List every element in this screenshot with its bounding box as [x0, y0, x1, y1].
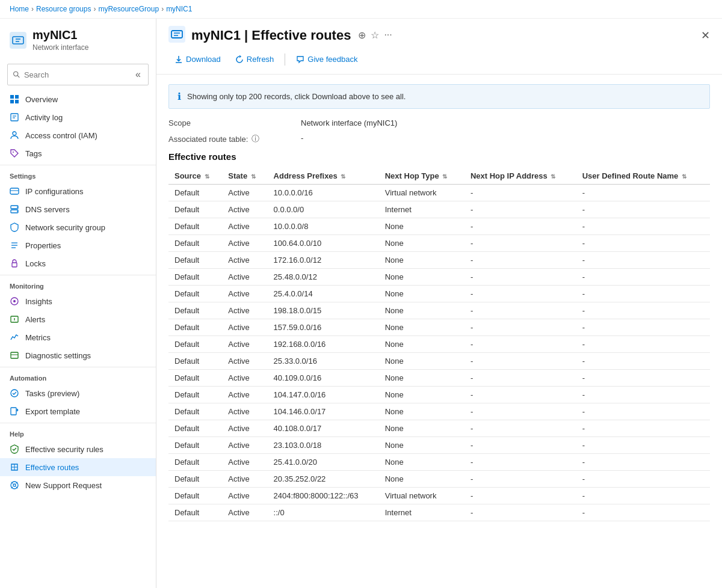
cell-3-0: Default: [168, 235, 222, 252]
sidebar: myNIC1 Network interface « Overview: [0, 19, 156, 588]
cell-2-5: -: [576, 218, 710, 235]
sort-icon-address: ⇅: [341, 173, 345, 180]
scope-row: Scope Network interface (myNIC1): [168, 118, 710, 127]
more-options-icon[interactable]: ···: [384, 29, 392, 41]
cell-14-5: -: [576, 420, 710, 437]
sidebar-item-tasks[interactable]: Tasks (preview): [0, 384, 156, 402]
info-banner-text: Showing only top 200 records, click Down…: [187, 92, 406, 101]
svg-rect-7: [15, 95, 19, 99]
col-source[interactable]: Source ⇅: [168, 168, 222, 185]
sidebar-item-metrics[interactable]: Metrics: [0, 328, 156, 346]
search-box[interactable]: «: [7, 64, 149, 85]
table-header-row: Source ⇅ State ⇅ Address Prefixes ⇅ Ne: [168, 168, 710, 185]
info-tooltip-icon[interactable]: ⓘ: [251, 133, 259, 144]
iam-icon: [10, 130, 19, 140]
close-button[interactable]: ✕: [701, 29, 710, 42]
cell-18-0: Default: [168, 488, 222, 504]
cell-5-0: Default: [168, 269, 222, 286]
svg-rect-29: [11, 352, 18, 358]
svg-point-4: [14, 72, 18, 76]
sidebar-item-label: Diagnostic settings: [25, 351, 91, 360]
sidebar-item-tags[interactable]: Tags: [0, 144, 156, 162]
breadcrumb-my-resource-group[interactable]: myResourceGroup: [98, 5, 159, 13]
cell-11-2: 40.109.0.0/16: [268, 370, 379, 387]
cell-16-0: Default: [168, 454, 222, 471]
sidebar-item-alerts[interactable]: Alerts: [0, 310, 156, 328]
sidebar-item-overview[interactable]: Overview: [0, 90, 156, 108]
cell-8-0: Default: [168, 319, 222, 336]
cell-11-3: None: [379, 370, 464, 387]
cell-2-1: Active: [222, 218, 267, 235]
breadcrumb-my-nic1[interactable]: myNIC1: [166, 5, 192, 13]
scope-value: Network interface (myNIC1): [301, 118, 397, 127]
overview-icon: [10, 94, 19, 104]
sidebar-item-locks[interactable]: Locks: [0, 254, 156, 272]
sidebar-item-effective-security-rules[interactable]: Effective security rules: [0, 440, 156, 458]
pin-icon[interactable]: ⊕: [358, 29, 366, 41]
breadcrumb-resource-groups[interactable]: Resource groups: [36, 5, 91, 13]
table-row: DefaultActive100.64.0.0/10None--: [168, 235, 710, 252]
sidebar-item-export-template[interactable]: Export template: [0, 402, 156, 420]
col-route-name[interactable]: User Defined Route Name ⇅: [576, 168, 710, 185]
sort-icon-source: ⇅: [205, 173, 209, 180]
sidebar-item-new-support-request[interactable]: New Support Request: [0, 476, 156, 494]
search-input[interactable]: [24, 70, 129, 79]
sidebar-item-iam[interactable]: Access control (IAM): [0, 126, 156, 144]
breadcrumb-home[interactable]: Home: [10, 5, 29, 13]
sidebar-item-dns-servers[interactable]: DNS servers: [0, 200, 156, 218]
sidebar-item-label: Properties: [25, 241, 61, 250]
sidebar-item-nsg[interactable]: Network security group: [0, 218, 156, 236]
cell-2-4: -: [464, 218, 576, 235]
col-address-prefixes[interactable]: Address Prefixes ⇅: [268, 168, 379, 185]
cell-17-3: None: [379, 471, 464, 488]
refresh-button[interactable]: Refresh: [229, 52, 280, 67]
col-state[interactable]: State ⇅: [222, 168, 267, 185]
table-row: DefaultActive198.18.0.0/15None--: [168, 302, 710, 319]
cell-9-4: -: [464, 336, 576, 353]
col-next-hop-ip[interactable]: Next Hop IP Address ⇅: [464, 168, 576, 185]
table-row: DefaultActive40.108.0.0/17None--: [168, 420, 710, 437]
table-row: DefaultActive25.48.0.0/12None--: [168, 269, 710, 286]
cell-8-4: -: [464, 319, 576, 336]
cell-2-3: None: [379, 218, 464, 235]
sidebar-item-label: DNS servers: [25, 205, 70, 214]
sidebar-item-effective-routes[interactable]: Effective routes: [0, 458, 156, 476]
sidebar-item-insights[interactable]: Insights: [0, 292, 156, 310]
cell-17-1: Active: [222, 471, 267, 488]
cell-7-1: Active: [222, 302, 267, 319]
svg-point-19: [17, 207, 18, 208]
cell-4-0: Default: [168, 252, 222, 269]
ip-icon: [10, 186, 19, 196]
svg-rect-6: [10, 95, 14, 99]
sidebar-item-activity-log[interactable]: Activity log: [0, 108, 156, 126]
cell-18-2: 2404:f800:8000:122::/63: [268, 488, 379, 504]
diagnostic-icon: [10, 351, 19, 360]
sidebar-item-label: Metrics: [25, 333, 51, 342]
cell-6-3: None: [379, 286, 464, 302]
sidebar-item-label: Access control (IAM): [25, 131, 97, 140]
sidebar-item-diagnostic-settings[interactable]: Diagnostic settings: [0, 346, 156, 364]
collapse-button[interactable]: «: [133, 67, 143, 82]
feedback-button[interactable]: Give feedback: [290, 52, 363, 67]
favorite-icon[interactable]: ☆: [371, 29, 379, 41]
cell-18-3: Virtual network: [379, 488, 464, 504]
toolbar: Download Refresh Give feedback: [168, 49, 710, 69]
cell-10-1: Active: [222, 353, 267, 370]
cell-14-1: Active: [222, 420, 267, 437]
sidebar-item-properties[interactable]: Properties: [0, 236, 156, 254]
tasks-icon: [10, 388, 19, 398]
cell-3-1: Active: [222, 235, 267, 252]
cell-10-5: -: [576, 353, 710, 370]
cell-8-1: Active: [222, 319, 267, 336]
download-button[interactable]: Download: [168, 52, 227, 67]
alerts-icon: [10, 314, 19, 324]
cell-7-3: None: [379, 302, 464, 319]
cell-11-4: -: [464, 370, 576, 387]
sidebar-item-ip-configurations[interactable]: IP configurations: [0, 182, 156, 200]
sidebar-item-label: Effective security rules: [25, 445, 103, 454]
sort-icon-hop-ip: ⇅: [551, 173, 555, 180]
routes-table: Source ⇅ State ⇅ Address Prefixes ⇅ Ne: [168, 168, 710, 521]
col-next-hop-type[interactable]: Next Hop Type ⇅: [379, 168, 464, 185]
cell-9-1: Active: [222, 336, 267, 353]
main-content: myNIC1 | Effective routes ⊕ ☆ ··· ✕: [156, 19, 722, 588]
